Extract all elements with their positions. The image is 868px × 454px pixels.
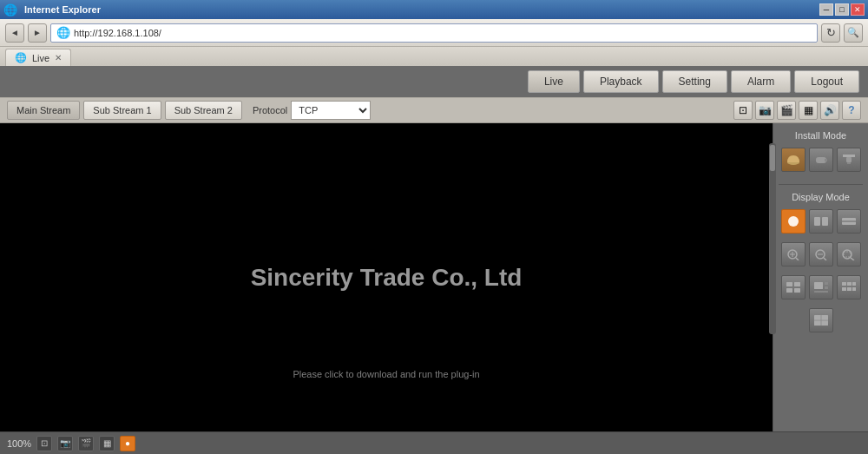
display-icon-panorama[interactable]: [837, 209, 861, 234]
install-icon-dome[interactable]: [781, 148, 806, 172]
display-mode-row4: [779, 308, 863, 332]
display-icon-single-large[interactable]: [809, 308, 833, 332]
status-bar: 100% ⊡ 📷 🎬 ▦ ●: [0, 431, 868, 454]
svg-rect-22: [794, 282, 800, 286]
install-mode-icons: [779, 148, 863, 172]
protocol-select[interactable]: TCP UDP RTP MULTICAST: [291, 101, 371, 120]
svg-rect-32: [842, 287, 846, 291]
svg-line-12: [796, 258, 799, 260]
plugin-message: Please click to download and run the plu…: [293, 369, 479, 379]
svg-rect-24: [794, 288, 800, 293]
svg-rect-5: [847, 162, 851, 164]
protocol-label: Protocol: [253, 105, 287, 115]
display-mode-title: Display Mode: [779, 192, 863, 202]
svg-rect-28: [814, 291, 828, 293]
top-nav: Live Playback Setting Alarm Logout: [0, 66, 868, 97]
display-icon-zoom3[interactable]: [837, 242, 861, 266]
svg-line-16: [824, 258, 826, 260]
app-area: Live Playback Setting Alarm Logout Main …: [0, 66, 868, 454]
video-area[interactable]: Sincerity Trade Co., Ltd Please click to…: [0, 123, 773, 431]
stream-controls: Main Stream Sub Stream 1 Sub Stream 2 Pr…: [0, 97, 868, 123]
search-button[interactable]: 🔍: [844, 23, 863, 43]
svg-rect-27: [825, 286, 828, 289]
status-orange-icon[interactable]: ●: [120, 436, 135, 451]
main-stream-button[interactable]: Main Stream: [7, 101, 80, 120]
svg-point-6: [788, 216, 799, 227]
help-icon[interactable]: ?: [842, 101, 861, 120]
svg-rect-23: [786, 288, 792, 293]
status-grid-icon[interactable]: ▦: [99, 436, 115, 451]
display-mode-row1: [779, 209, 863, 234]
svg-point-18: [843, 250, 852, 259]
install-icon-ceiling[interactable]: [837, 148, 861, 172]
tab-bar: 🌐 Live ✕: [0, 47, 868, 66]
back-button[interactable]: ◄: [5, 23, 24, 43]
svg-rect-4: [846, 157, 852, 162]
browser-tab-label: Live: [32, 53, 49, 63]
refresh-button[interactable]: ↻: [821, 23, 840, 43]
display-icon-zoom2[interactable]: [809, 242, 833, 266]
svg-rect-7: [814, 217, 820, 226]
svg-rect-20: [844, 252, 851, 257]
content-area: Sincerity Trade Co., Ltd Please click to…: [0, 123, 868, 431]
svg-rect-8: [822, 217, 828, 226]
url-text: http://192.168.1.108/: [74, 28, 161, 38]
status-snapshot-icon[interactable]: 📷: [57, 436, 73, 451]
nav-alarm[interactable]: Alarm: [731, 70, 791, 93]
scroll-bar[interactable]: [769, 143, 776, 334]
snapshot-icon[interactable]: 📷: [755, 101, 774, 120]
audio-icon[interactable]: 🔊: [820, 101, 839, 120]
scroll-thumb: [770, 145, 775, 171]
nav-playback[interactable]: Playback: [583, 70, 659, 93]
svg-rect-3: [843, 155, 855, 157]
display-icon-dual-h[interactable]: [809, 209, 833, 234]
maximize-button[interactable]: □: [835, 3, 849, 16]
install-mode-title: Install Mode: [779, 130, 863, 141]
nav-live[interactable]: Live: [528, 70, 580, 93]
fullscreen-icon[interactable]: ⊡: [733, 101, 753, 120]
close-button[interactable]: ✕: [851, 3, 865, 16]
panel-divider-1: [779, 184, 863, 185]
sub-stream1-button[interactable]: Sub Stream 1: [83, 101, 161, 120]
address-bar: ◄ ► 🌐 http://192.168.1.108/ ↻ 🔍: [0, 19, 868, 47]
svg-rect-30: [847, 282, 852, 286]
record-icon[interactable]: 🎬: [777, 101, 796, 120]
nav-setting[interactable]: Setting: [662, 70, 727, 93]
nav-logout[interactable]: Logout: [794, 70, 859, 93]
right-panel: Install Mode: [773, 123, 868, 431]
display-icon-zoom1[interactable]: [781, 242, 806, 266]
url-bar[interactable]: 🌐 http://192.168.1.108/: [50, 23, 818, 43]
tab-close-button[interactable]: ✕: [55, 53, 62, 63]
svg-rect-29: [842, 282, 846, 286]
toolbar-right: ⊡ 📷 🎬 ▦ 🔊 ?: [733, 101, 861, 120]
display-mode-row2: [779, 242, 863, 266]
svg-rect-31: [852, 282, 856, 286]
multiscreen-icon[interactable]: ▦: [799, 101, 818, 120]
minimize-button[interactable]: ─: [819, 3, 833, 16]
title-bar: 🌐 Internet Explorer ─ □ ✕: [0, 0, 868, 19]
display-icon-quad2[interactable]: [809, 275, 833, 299]
forward-button[interactable]: ►: [28, 23, 47, 43]
display-icon-quad1[interactable]: [781, 275, 806, 299]
zoom-level: 100%: [7, 438, 31, 449]
browser-tab-live[interactable]: 🌐 Live ✕: [5, 49, 71, 66]
display-icon-circle[interactable]: [781, 209, 806, 234]
svg-rect-33: [847, 287, 852, 291]
svg-rect-2: [825, 159, 827, 161]
window-controls: ─ □ ✕: [819, 3, 865, 16]
display-mode-row3: [779, 275, 863, 299]
title-bar-left: 🌐 Internet Explorer: [3, 3, 101, 16]
sub-stream2-button[interactable]: Sub Stream 2: [165, 101, 242, 120]
window-title: Internet Explorer: [24, 4, 101, 15]
svg-rect-21: [786, 282, 792, 286]
svg-line-19: [851, 258, 854, 260]
svg-rect-26: [825, 282, 828, 285]
svg-rect-25: [814, 282, 823, 289]
svg-rect-34: [852, 287, 856, 291]
status-record-icon[interactable]: 🎬: [78, 436, 94, 451]
status-fullscreen-icon[interactable]: ⊡: [36, 436, 52, 451]
watermark-text: Sincerity Trade Co., Ltd: [251, 264, 523, 292]
display-icon-grid[interactable]: [837, 275, 861, 299]
install-icon-bullet[interactable]: [809, 148, 833, 172]
